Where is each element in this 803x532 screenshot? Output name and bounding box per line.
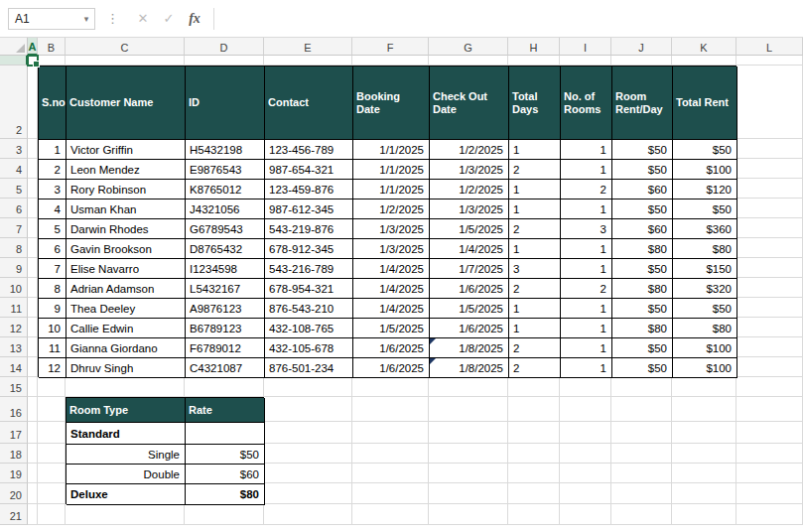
cell-J3[interactable]: $50 [612,140,673,160]
cell-H21[interactable] [508,504,560,525]
cell-K16[interactable] [672,397,736,422]
cell-D18[interactable]: $50 [186,445,265,465]
cell-I3[interactable]: 1 [561,140,612,160]
cell-F9[interactable]: 1/4/2025 [353,259,430,279]
cell-H2[interactable]: Total Days [509,66,561,140]
cell-J19[interactable] [611,464,672,483]
cell-K14[interactable]: $100 [673,358,737,378]
cell-G12[interactable]: 1/6/2025 [430,319,509,338]
cell-J2[interactable]: Room Rent/Day [612,66,673,140]
cell-C20[interactable]: Deluxe [67,484,186,505]
cell-A19[interactable] [28,464,38,483]
cell-I21[interactable] [560,504,611,525]
cell-I5[interactable]: 2 [561,180,612,200]
cell-E14[interactable]: 876-501-234 [265,358,353,378]
cell-A14[interactable] [28,357,38,377]
cell-H7[interactable]: 2 [509,219,561,239]
cell-L12[interactable] [736,318,803,337]
cell-D2[interactable]: ID [186,66,265,140]
cell-F15[interactable] [352,377,429,397]
cell-D15[interactable] [185,377,264,397]
cell-J20[interactable] [611,483,672,504]
cell-C11[interactable]: Thea Deeley [67,299,186,319]
column-header-I[interactable]: I [560,38,611,56]
column-header-J[interactable]: J [611,38,672,56]
cell-G1[interactable] [429,56,508,66]
cell-B6[interactable]: 4 [39,200,67,219]
cell-K8[interactable]: $80 [673,239,737,259]
cell-C14[interactable]: Dhruv Singh [67,358,186,378]
cell-B15[interactable] [38,377,66,397]
cell-D11[interactable]: A9876123 [186,299,265,319]
row-header-4[interactable]: 4 [0,159,28,179]
cell-A7[interactable] [28,218,38,238]
cell-A8[interactable] [28,238,38,258]
cell-E18[interactable] [264,444,352,464]
cell-B12[interactable]: 10 [39,319,67,338]
cell-G16[interactable] [429,397,508,422]
cell-K19[interactable] [672,464,736,483]
cell-J1[interactable] [611,56,672,66]
cell-L10[interactable] [736,278,803,298]
chevron-down-icon[interactable]: ▾ [78,14,94,24]
cell-D12[interactable]: B6789123 [186,319,265,338]
cell-J9[interactable]: $50 [612,259,673,279]
cell-E13[interactable]: 432-105-678 [265,338,353,358]
cell-E2[interactable]: Contact [265,66,353,140]
cell-A13[interactable] [28,337,38,357]
row-header-6[interactable]: 6 [0,199,28,218]
cell-C7[interactable]: Darwin Rhodes [67,219,186,239]
cell-F13[interactable]: 1/6/2025 [353,338,430,358]
cell-I15[interactable] [560,377,611,397]
column-header-L[interactable]: L [736,38,803,56]
formula-input[interactable] [220,0,803,37]
cell-G18[interactable] [429,444,508,464]
cell-G10[interactable]: 1/6/2025 [430,279,509,299]
cell-H17[interactable] [508,422,560,444]
cell-E17[interactable] [264,422,352,444]
cell-B16[interactable] [38,397,66,422]
cell-G15[interactable] [429,377,508,397]
cell-F5[interactable]: 1/1/2025 [353,180,430,200]
cell-D21[interactable] [185,504,264,525]
row-header-3[interactable]: 3 [0,139,28,159]
more-options-icon[interactable]: ⋮ [106,11,119,26]
cell-I14[interactable]: 1 [561,358,612,378]
cell-I20[interactable] [560,483,611,504]
cell-K9[interactable]: $150 [673,259,737,279]
cell-F6[interactable]: 1/2/2025 [353,200,430,219]
cell-B3[interactable]: 1 [39,140,67,160]
row-header-18[interactable]: 18 [0,444,28,464]
cell-L11[interactable] [736,298,803,318]
cell-B9[interactable]: 7 [39,259,67,279]
cell-K1[interactable] [672,56,736,66]
row-header-17[interactable]: 17 [0,422,28,444]
cell-L14[interactable] [736,357,803,377]
cell-I6[interactable]: 1 [561,200,612,219]
cell-D1[interactable] [185,56,264,66]
cell-D8[interactable]: D8765432 [186,239,265,259]
cell-A18[interactable] [28,444,38,464]
cell-H12[interactable]: 1 [509,319,561,338]
cell-J15[interactable] [611,377,672,397]
cell-H6[interactable]: 1 [509,200,561,219]
cell-E12[interactable]: 432-108-765 [265,319,353,338]
cell-G17[interactable] [429,422,508,444]
cell-D17[interactable] [186,423,265,445]
cell-H16[interactable] [508,397,560,422]
cell-G21[interactable] [429,504,508,525]
enter-icon[interactable]: ✓ [156,7,182,31]
column-header-B[interactable]: B [38,38,66,56]
cell-A15[interactable] [28,377,38,397]
cell-I1[interactable] [560,56,611,66]
cell-F10[interactable]: 1/4/2025 [353,279,430,299]
cell-H20[interactable] [508,483,560,504]
cell-G13[interactable]: 1/8/2025 [430,338,509,358]
cell-A21[interactable] [28,504,38,525]
cell-L4[interactable] [736,159,803,179]
insert-function-icon[interactable]: fx [182,7,207,31]
cell-B4[interactable]: 2 [39,160,67,180]
cell-D6[interactable]: J4321056 [186,200,265,219]
cell-E21[interactable] [264,504,352,525]
row-header-8[interactable]: 8 [0,238,28,258]
